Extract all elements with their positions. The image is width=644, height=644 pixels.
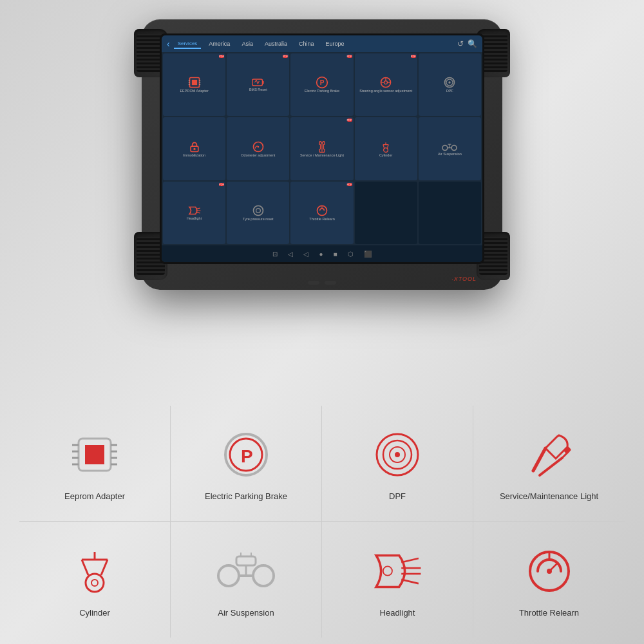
cell-label-odometer: Odometer adjustment	[241, 153, 275, 158]
android-triangle[interactable]: ◁	[303, 251, 308, 258]
android-home[interactable]: ●	[319, 251, 323, 258]
nav-tab-europe[interactable]: Europe	[321, 39, 348, 48]
throttle-icon-large	[520, 542, 578, 600]
screen-nav: ‹ Services America Asia Australia China …	[162, 35, 482, 52]
android-apps[interactable]: ⬡	[348, 251, 354, 258]
device-bottom	[308, 281, 336, 285]
feature-throttle: Throttle Relearn	[473, 522, 625, 638]
svg-point-22	[449, 82, 451, 84]
cell-badge-service: PDF	[347, 118, 352, 122]
svg-line-11	[256, 80, 258, 84]
svg-line-62	[533, 448, 545, 471]
grid-cell-tyre[interactable]: Tyre pressure reset	[227, 182, 289, 244]
feature-service: Service/Maintenance Light	[473, 406, 625, 522]
svg-rect-46	[85, 445, 104, 464]
hw-button-1[interactable]	[308, 281, 319, 285]
screen-grid: PDF EEPROM Adapter	[162, 52, 482, 245]
cell-badge-throttle: PDF	[347, 183, 352, 186]
svg-point-72	[218, 565, 239, 586]
search-icon[interactable]: 🔍	[468, 39, 477, 48]
svg-point-73	[253, 565, 274, 586]
grid-cell-cylinder[interactable]: Cylinder	[355, 117, 417, 180]
svg-line-29	[383, 144, 384, 147]
nav-tab-services[interactable]: Services	[174, 39, 202, 49]
grid-cell-eeprom[interactable]: PDF EEPROM Adapter	[163, 53, 225, 116]
cylinder-icon-screen	[379, 140, 392, 153]
features-grid: Eeprom Adapter P Electric Parking Brake	[19, 406, 625, 638]
svg-point-61	[395, 452, 400, 457]
nav-icons: ↺ 🔍	[457, 39, 477, 48]
device-body: ‹ Services America Asia Australia China …	[142, 19, 502, 290]
cell-label-bms: BMS Reset	[249, 88, 267, 92]
feature-eeprom: Eeprom Adapter	[19, 406, 171, 522]
cell-label-eeprom: EEPROM Adapter	[180, 89, 208, 93]
android-square[interactable]: ■	[334, 251, 337, 258]
cell-label-dpf: DPF	[446, 89, 453, 93]
svg-text:P: P	[320, 80, 325, 87]
svg-point-41	[253, 206, 263, 216]
refresh-icon[interactable]: ↺	[457, 39, 464, 48]
eeprom-icon	[188, 76, 201, 89]
svg-rect-65	[563, 446, 571, 455]
grid-cell-bms[interactable]: PDF BMS Reset	[227, 53, 289, 116]
nav-tab-australia[interactable]: Australia	[261, 39, 291, 48]
android-bar: ⊡ ◁ ◁ ● ■ ⬡ ⬛	[162, 245, 482, 262]
svg-point-79	[383, 566, 392, 575]
cell-label-suspension: Air Suspension	[438, 152, 462, 156]
svg-point-42	[256, 209, 260, 213]
feature-label-dpf: DPF	[389, 491, 406, 501]
cell-badge-parking: PDF	[347, 55, 352, 58]
feature-dpf: DPF	[322, 406, 473, 522]
feature-label-cylinder: Cylinder	[79, 608, 110, 618]
cell-label-headlight: Headlight	[187, 216, 202, 221]
nav-tab-america[interactable]: America	[205, 39, 234, 48]
grid-cell-throttle[interactable]: PDF Throttle Relearn	[290, 182, 353, 244]
svg-line-10	[254, 80, 256, 83]
feature-parking: P Electric Parking Brake	[171, 406, 322, 522]
svg-point-33	[442, 145, 448, 150]
svg-line-80	[401, 558, 419, 562]
parking-icon-large: P	[217, 426, 275, 484]
feature-suspension: Air Suspension	[171, 522, 322, 638]
feature-cylinder: Cylinder	[19, 522, 171, 638]
nav-tab-china[interactable]: China	[295, 39, 318, 48]
steering-icon	[379, 76, 392, 89]
android-menu[interactable]: ⬛	[364, 251, 372, 258]
svg-point-24	[193, 147, 195, 149]
grid-cell-immobilization[interactable]: Immobilization	[163, 117, 225, 180]
feature-label-suspension: Air Suspension	[218, 608, 274, 618]
grid-cell-steering[interactable]: PDF Steering angle sensor adjustment	[355, 53, 417, 116]
nav-tab-asia[interactable]: Asia	[238, 39, 257, 48]
grid-cell-headlight[interactable]: PDF Headlight	[163, 182, 225, 244]
grid-cell-dark1	[355, 182, 417, 244]
service-icon-screen	[316, 140, 328, 153]
grid-cell-parking[interactable]: PDF P Electric Parking Brake	[290, 53, 353, 116]
screen: ‹ Services America Asia Australia China …	[162, 35, 482, 262]
cell-badge-bms: PDF	[283, 55, 288, 58]
android-camera[interactable]: ⊡	[272, 251, 278, 258]
svg-point-34	[452, 145, 457, 150]
grid-cell-odometer[interactable]: Odometer adjustment	[227, 117, 289, 180]
tyre-icon-screen	[252, 204, 265, 217]
dpf-icon-large	[368, 426, 426, 484]
grid-cell-service[interactable]: PDF Service / Maintenance Light	[290, 117, 353, 180]
suspension-icon-large	[217, 542, 275, 600]
feature-label-service: Service/Maintenance Light	[500, 491, 598, 501]
svg-line-12	[258, 81, 259, 84]
svg-point-28	[384, 147, 388, 152]
svg-line-83	[401, 579, 419, 583]
cell-label-tyre: Tyre pressure reset	[243, 217, 273, 222]
cell-badge-steering: PDF	[411, 55, 416, 58]
cell-badge: PDF	[219, 55, 224, 58]
cell-label-cylinder: Cylinder	[379, 153, 392, 158]
svg-point-66	[86, 574, 104, 592]
grid-cell-suspension[interactable]: Air Suspension	[419, 117, 481, 180]
feature-label-eeprom: Eeprom Adapter	[64, 491, 125, 501]
grid-cell-dpf[interactable]: DPF	[419, 53, 481, 116]
hw-button-2[interactable]	[325, 281, 336, 285]
android-back[interactable]: ◁	[288, 251, 293, 258]
back-button[interactable]: ‹	[167, 39, 170, 49]
cell-badge-headlight: PDF	[219, 183, 224, 186]
cell-label-throttle: Throttle Relearn	[309, 217, 334, 222]
device: ‹ Services America Asia Australia China …	[142, 19, 502, 290]
